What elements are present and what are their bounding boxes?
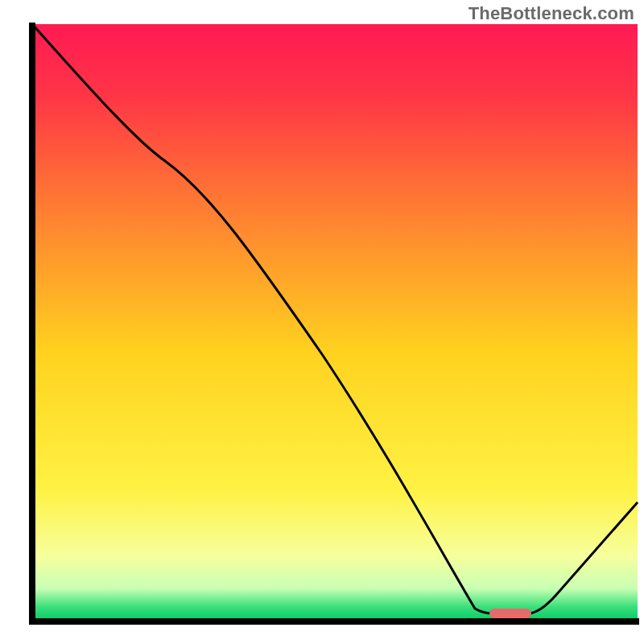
gradient-background <box>32 24 638 621</box>
chart-frame: TheBottleneck.com <box>0 0 644 644</box>
optimal-marker <box>489 609 531 618</box>
bottleneck-chart <box>0 0 644 644</box>
watermark-text: TheBottleneck.com <box>469 3 634 24</box>
